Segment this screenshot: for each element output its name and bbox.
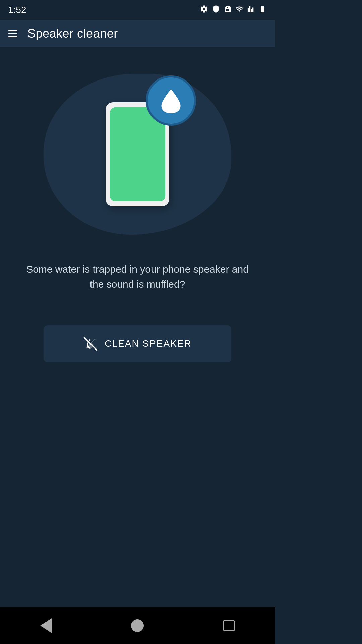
battery-icon <box>258 5 267 15</box>
shield-icon <box>212 5 220 15</box>
recents-button[interactable] <box>216 612 242 639</box>
description-text: Some water is trapped in your phone spea… <box>23 262 251 292</box>
back-icon <box>40 618 52 633</box>
app-header: Speaker cleaner <box>0 20 275 47</box>
sim-icon <box>223 5 231 15</box>
illustration-container <box>37 67 238 241</box>
hamburger-menu-button[interactable] <box>8 30 17 37</box>
back-button[interactable] <box>33 612 59 639</box>
water-drop-circle <box>146 75 196 126</box>
phone-illustration <box>106 102 169 206</box>
main-content: Some water is trapped in your phone spea… <box>0 47 275 389</box>
water-drop-icon <box>159 87 183 114</box>
app-title: Speaker cleaner <box>27 26 118 41</box>
hamburger-line-2 <box>8 33 17 34</box>
nav-bar <box>0 607 275 644</box>
clean-speaker-button[interactable]: CLEAN SPEAKER <box>44 325 231 362</box>
signal-icon <box>247 5 255 15</box>
no-water-icon <box>83 336 98 351</box>
clean-button-label: CLEAN SPEAKER <box>105 338 191 349</box>
hamburger-line-1 <box>8 30 17 31</box>
settings-icon <box>200 5 208 15</box>
home-button[interactable] <box>124 612 151 639</box>
hamburger-line-3 <box>8 36 17 37</box>
wifi-icon <box>235 5 244 15</box>
status-icons <box>200 5 267 15</box>
status-time: 1:52 <box>8 5 26 15</box>
status-bar: 1:52 <box>0 0 275 20</box>
recents-icon <box>223 620 235 631</box>
home-icon <box>131 619 144 632</box>
